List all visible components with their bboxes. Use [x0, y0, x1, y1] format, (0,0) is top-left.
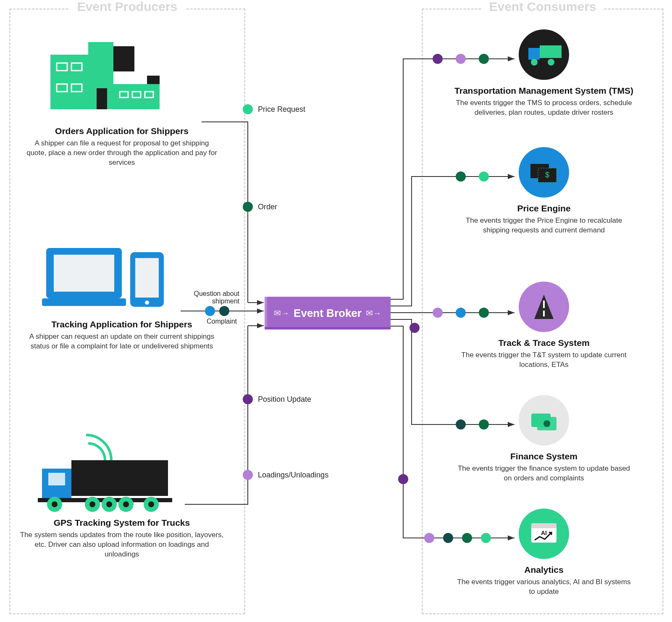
svg-rect-2 — [113, 46, 134, 71]
dot-price-request — [243, 104, 253, 114]
tms-dot2 — [456, 54, 466, 64]
consumer-finance-title: Finance System — [454, 451, 634, 461]
trace-dot3 — [479, 308, 489, 318]
svg-rect-21 — [48, 473, 65, 485]
svg-point-30 — [123, 501, 129, 507]
tms-icon — [519, 29, 569, 80]
dot-loadings — [243, 470, 253, 480]
consumer-price: $ Price Engine The events trigger the Pr… — [454, 147, 634, 235]
analytics-dot4 — [481, 533, 491, 543]
consumers-region-label: Event Consumers — [481, 0, 604, 14]
gps-truck-icon — [25, 431, 176, 517]
event-broker-label: Event Broker — [294, 307, 362, 320]
consumer-analytics: AI Analytics The events trigger various … — [454, 509, 634, 597]
consumer-tms: Transportation Management System (TMS) T… — [454, 29, 634, 118]
svg-point-45 — [543, 420, 550, 427]
trace-dot0 — [410, 323, 420, 333]
svg-rect-41 — [543, 300, 545, 308]
producer-orders: Orders Application for Shippers A shippe… — [25, 126, 218, 168]
svg-rect-1 — [88, 42, 113, 55]
svg-rect-14 — [54, 255, 114, 292]
svg-point-35 — [531, 59, 538, 66]
svg-rect-47 — [531, 523, 556, 528]
trace-icon — [519, 282, 569, 332]
label-position-update: Position Update — [258, 395, 311, 404]
finance-dot2 — [479, 419, 489, 430]
svg-point-18 — [145, 300, 149, 305]
producer-tracking: Tracking Application for Shippers A ship… — [25, 319, 218, 351]
producer-tracking-title: Tracking Application for Shippers — [25, 319, 218, 329]
producer-gps: GPS Tracking System for Trucks The syste… — [17, 518, 227, 559]
broker-out-icon: ✉→ — [366, 308, 381, 318]
label-price-request: Price Request — [258, 105, 305, 114]
finance-dot1 — [456, 419, 466, 430]
svg-point-28 — [106, 501, 112, 507]
price-dot2 — [479, 171, 489, 182]
svg-point-26 — [89, 501, 95, 507]
consumer-trace: Track & Trace System The events trigger … — [454, 282, 634, 370]
label-question: Question about shipment — [176, 290, 239, 305]
analytics-dot1 — [424, 533, 434, 543]
tms-dot1 — [433, 54, 443, 64]
svg-rect-9 — [97, 88, 107, 109]
svg-rect-42 — [543, 311, 545, 316]
finance-icon — [519, 395, 569, 445]
consumer-finance-desc: The events trigger the finance system to… — [454, 464, 634, 483]
svg-rect-17 — [135, 258, 159, 298]
svg-rect-15 — [42, 298, 126, 306]
consumer-finance: Finance System The events trigger the fi… — [454, 395, 634, 483]
trace-dot1 — [433, 308, 443, 318]
tms-dot3 — [479, 54, 489, 64]
producers-region-label: Event Producers — [70, 0, 185, 14]
consumer-price-desc: The events trigger the Price Engine to r… — [454, 216, 634, 235]
producer-gps-title: GPS Tracking System for Trucks — [17, 518, 227, 528]
producer-gps-desc: The system sends updates from the route … — [17, 530, 227, 559]
analytics-icon: AI — [519, 509, 569, 559]
label-loadings: Loadings/Unloadings — [258, 471, 328, 480]
analytics-dot0 — [398, 474, 408, 484]
dot-complaint — [219, 306, 229, 316]
svg-point-32 — [148, 501, 154, 507]
svg-point-24 — [52, 501, 58, 507]
consumer-trace-title: Track & Trace System — [454, 338, 634, 348]
devices-icon — [42, 244, 168, 317]
producer-tracking-desc: A shipper can request an update on their… — [25, 332, 218, 351]
price-icon: $ — [519, 147, 569, 198]
producer-orders-title: Orders Application for Shippers — [25, 126, 218, 136]
svg-rect-4 — [147, 76, 160, 84]
consumer-tms-desc: The events trigger the TMS to process or… — [454, 98, 634, 118]
svg-text:$: $ — [545, 171, 549, 179]
event-broker: ✉→ Event Broker ✉→ — [265, 297, 391, 329]
consumer-price-title: Price Engine — [454, 203, 634, 213]
consumer-analytics-title: Analytics — [454, 565, 634, 575]
warehouse-icon — [38, 38, 160, 124]
consumer-tms-title: Transportation Management System (TMS) — [454, 86, 634, 96]
trace-dot2 — [456, 308, 466, 318]
analytics-dot3 — [462, 533, 472, 543]
consumer-trace-desc: The events trigger the T&T system to upd… — [454, 351, 634, 370]
dot-question — [205, 306, 215, 316]
svg-rect-33 — [540, 45, 562, 58]
analytics-dot2 — [443, 533, 453, 543]
diagram-canvas: Event Producers Event Consumers — [0, 0, 672, 622]
producer-orders-desc: A shipper can file a request for proposa… — [25, 139, 218, 168]
broker-in-icon: ✉→ — [274, 308, 289, 318]
consumer-analytics-desc: The events trigger various analytics, AI… — [454, 577, 634, 597]
svg-rect-34 — [528, 48, 540, 60]
dot-position-update — [243, 394, 253, 404]
label-complaint: Complaint — [207, 318, 237, 325]
svg-rect-19 — [71, 460, 168, 496]
label-order: Order — [258, 203, 277, 211]
svg-point-36 — [548, 59, 554, 66]
svg-text:AI: AI — [541, 530, 547, 536]
price-dot1 — [456, 171, 466, 182]
dot-order — [243, 202, 253, 212]
